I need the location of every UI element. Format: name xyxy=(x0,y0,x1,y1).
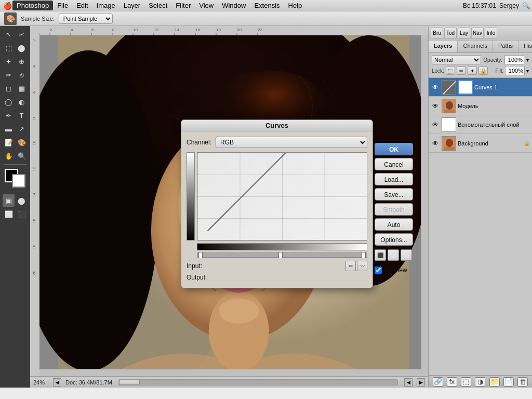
layer-delete-btn[interactable]: 🗑 xyxy=(517,377,528,387)
lock-all-btn[interactable]: 🔒 xyxy=(478,66,488,75)
patch-tool[interactable]: ⊕ xyxy=(16,55,28,68)
menu-filter[interactable]: Filter xyxy=(171,1,195,10)
notes-tool[interactable]: 📝 xyxy=(3,136,15,149)
menu-layer[interactable]: Layer xyxy=(119,1,145,10)
zoom-tool[interactable]: 🔍 xyxy=(16,150,28,162)
scroll-bar-bottom[interactable] xyxy=(118,379,398,385)
menu-help[interactable]: Help xyxy=(284,1,307,10)
menu-image[interactable]: Image xyxy=(92,1,119,10)
scroll-thumb-bottom[interactable] xyxy=(119,380,140,385)
dodge-tool[interactable]: ◐ xyxy=(16,96,28,108)
curves-pencil-icon[interactable]: ✏ xyxy=(345,261,356,271)
curves-preview-checkbox[interactable] xyxy=(375,267,382,274)
layer-new-btn[interactable]: 📄 xyxy=(503,377,514,387)
nav-mini-btn[interactable]: Nav xyxy=(471,28,484,39)
scroll-right-button[interactable]: ▶ xyxy=(417,378,425,387)
horizontal-scrollbar[interactable] xyxy=(39,369,421,376)
layer-visibility-model[interactable]: 👁 xyxy=(431,101,440,111)
curves-load-button[interactable]: Load... xyxy=(375,173,413,185)
menu-window[interactable]: Window xyxy=(218,1,250,10)
layer-link-btn[interactable]: 🔗 xyxy=(433,377,443,387)
layer-item-curves1[interactable]: 👁 Curves 1 xyxy=(429,78,532,97)
tab-history[interactable]: History xyxy=(518,41,532,52)
layer-item-aux[interactable]: 👁 Вспомогательный слой xyxy=(429,115,532,134)
clone-tool[interactable]: ⎋ xyxy=(16,69,28,81)
layer-mini-btn[interactable]: Lay xyxy=(458,28,470,39)
curves-save-button[interactable]: Save... xyxy=(375,188,413,201)
opacity-arrow[interactable]: ▾ xyxy=(526,57,529,63)
eyedropper-tool[interactable]: 🎨 xyxy=(16,136,28,149)
canvas-area[interactable]: _Model.tif @ 24% (Curves 1, Layer Mask/8… xyxy=(30,26,428,388)
layer-visibility-aux[interactable]: 👁 xyxy=(431,120,440,129)
fill-input[interactable] xyxy=(505,66,525,75)
curves-ok-button[interactable]: OK xyxy=(375,143,413,155)
quick-mask-mode[interactable]: ⬤ xyxy=(16,194,28,207)
tab-channels[interactable]: Channels xyxy=(458,41,493,52)
lock-paint-btn[interactable]: ✏ xyxy=(457,66,466,75)
layer-item-model[interactable]: 👁 Модель xyxy=(429,97,532,115)
menu-photoshop[interactable]: Photoshop xyxy=(12,1,53,10)
scroll-left-button[interactable]: ◀ xyxy=(404,378,413,387)
full-screen[interactable]: ⬛ xyxy=(16,208,28,220)
direct-select-tool[interactable]: ↗ xyxy=(16,123,28,135)
eraser-tool[interactable]: ◻ xyxy=(3,82,15,95)
tab-paths[interactable]: Paths xyxy=(493,41,518,52)
black-eyedropper[interactable]: ⬛ xyxy=(375,249,386,261)
lasso-tool[interactable]: ⬤ xyxy=(16,42,28,54)
layer-visibility-bg[interactable]: 👁 xyxy=(431,139,440,148)
layer-group-btn[interactable]: 📁 xyxy=(489,377,500,387)
curves-input-slider[interactable] xyxy=(197,252,367,258)
curves-channel-select[interactable]: RGB Red Green Blue xyxy=(216,137,367,148)
layer-mask-btn[interactable]: ⬚ xyxy=(461,377,471,387)
tool-mini-btn[interactable]: Tod xyxy=(444,28,457,39)
white-eyedropper[interactable]: ⬜ xyxy=(401,249,412,261)
menu-view[interactable]: View xyxy=(195,1,218,10)
apple-menu[interactable]: 🍎 xyxy=(2,0,12,11)
curves-slider-thumb-left[interactable] xyxy=(198,252,203,258)
layer-style-btn[interactable]: fx xyxy=(447,377,457,387)
magic-wand-tool[interactable]: ✦ xyxy=(3,55,15,68)
curves-slider-thumb-mid[interactable] xyxy=(278,252,283,258)
vertical-scrollbar[interactable] xyxy=(421,35,428,376)
layer-item-background[interactable]: 👁 Background 🔒 xyxy=(429,134,532,153)
lock-position-btn[interactable]: ✦ xyxy=(468,66,477,75)
curves-options-button[interactable]: Options... xyxy=(375,233,413,246)
menu-search-icon[interactable]: 🔍 xyxy=(522,2,530,9)
tab-layers[interactable]: Layers xyxy=(429,41,458,52)
blur-tool[interactable]: ◯ xyxy=(3,96,15,108)
marquee-tool[interactable]: ⬚ xyxy=(3,42,15,54)
curves-smooth-icon[interactable]: 〰 xyxy=(357,261,367,271)
gray-eyedropper[interactable]: ⬜ xyxy=(388,249,399,261)
blend-mode-select[interactable]: Normal Multiply Screen xyxy=(432,55,481,64)
info-mini-btn[interactable]: Info xyxy=(485,28,497,39)
menu-extensis[interactable]: Extensis xyxy=(250,1,284,10)
background-color[interactable] xyxy=(12,174,25,188)
standard-mode[interactable]: ▣ xyxy=(3,194,15,207)
menu-file[interactable]: File xyxy=(53,1,72,10)
curves-slider-thumb-right[interactable] xyxy=(362,252,366,258)
shape-tool[interactable]: ▬ xyxy=(3,123,15,135)
opacity-input[interactable] xyxy=(504,55,524,64)
curves-cancel-button[interactable]: Cancel xyxy=(375,158,413,170)
move-tool[interactable]: ↖ xyxy=(3,28,15,41)
curves-graph[interactable] xyxy=(197,152,367,241)
pen-tool[interactable]: ✒ xyxy=(3,109,15,122)
hand-tool[interactable]: ✋ xyxy=(3,150,15,162)
layer-visibility-curves1[interactable]: 👁 xyxy=(431,83,440,92)
fill-arrow[interactable]: ▾ xyxy=(526,68,529,74)
text-tool[interactable]: T xyxy=(16,109,28,122)
gradient-tool[interactable]: ▦ xyxy=(16,82,28,95)
crop-tool[interactable]: ✂ xyxy=(16,28,28,41)
curves-auto-button[interactable]: Auto xyxy=(375,218,413,231)
curves-smooth-button[interactable]: Smooth xyxy=(375,203,413,216)
zoom-out-button[interactable]: ◀ xyxy=(53,378,61,387)
standard-screen[interactable]: ⬜ xyxy=(3,208,15,220)
brush-tool[interactable]: ✏ xyxy=(3,69,15,81)
lock-transparent-btn[interactable]: ⬚ xyxy=(446,66,455,75)
brush-mini-btn[interactable]: Bru xyxy=(431,28,443,39)
layer-adjustment-btn[interactable]: ◑ xyxy=(475,377,485,387)
menu-edit[interactable]: Edit xyxy=(72,1,92,10)
menu-select[interactable]: Select xyxy=(144,1,171,10)
curves-svg[interactable] xyxy=(197,153,353,231)
sample-size-select[interactable]: Point Sample 3 by 3 Average 5 by 5 Avera… xyxy=(59,14,113,24)
